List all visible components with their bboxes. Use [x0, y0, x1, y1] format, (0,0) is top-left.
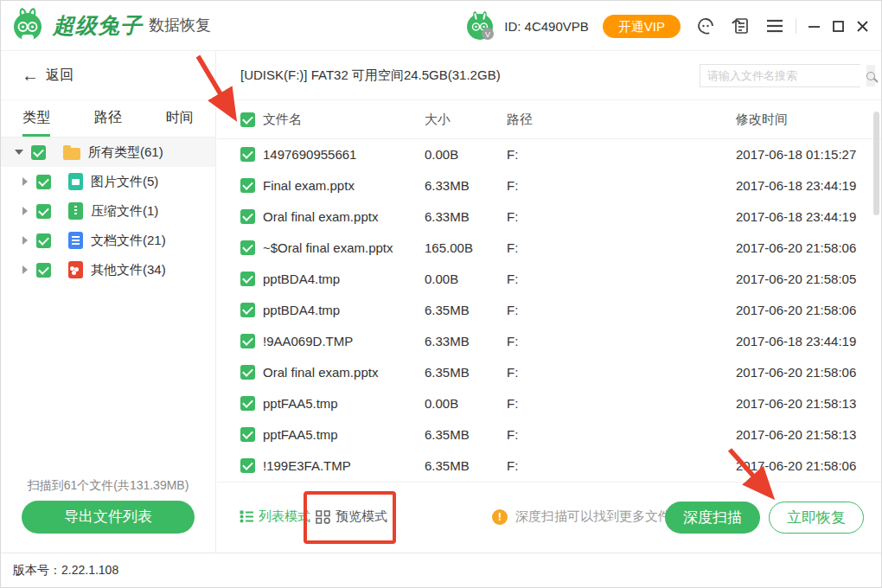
file-path-cell: F: — [507, 303, 518, 317]
column-header-size[interactable]: 大小 — [425, 112, 451, 128]
column-header-path[interactable]: 路径 — [507, 112, 533, 128]
image-file-icon — [68, 173, 83, 190]
table-row[interactable]: pptFAA5.tmp 6.35MB F: 2017-06-20 21:58:1… — [217, 419, 881, 451]
row-checkbox[interactable] — [240, 147, 255, 162]
file-name-cell: pptBDA4.tmp — [263, 303, 340, 317]
status-footer: 版本号：2.22.1.108 — [1, 553, 881, 587]
row-checkbox[interactable] — [240, 427, 255, 442]
file-path-cell: F: — [507, 334, 518, 348]
row-checkbox[interactable] — [240, 209, 255, 224]
file-size-cell: 6.33MB — [425, 209, 470, 224]
tree-item-images[interactable]: 图片文件(5) — [1, 167, 215, 196]
search-icon — [866, 72, 875, 80]
tree-checkbox[interactable] — [36, 175, 51, 189]
deep-scan-button[interactable]: 深度扫描 — [665, 502, 760, 534]
file-size-cell: 165.00B — [425, 240, 473, 255]
tab-path[interactable]: 路径 — [73, 100, 144, 137]
document-file-icon — [68, 232, 83, 249]
file-name-cell: 1497690955661 — [263, 147, 356, 162]
file-path-cell: F: — [507, 272, 518, 286]
vip-button[interactable]: 开通VIP — [603, 15, 681, 38]
tab-type[interactable]: 类型 — [1, 100, 73, 137]
scrollbar-thumb[interactable] — [873, 112, 879, 215]
row-checkbox[interactable] — [240, 458, 255, 473]
tree-item-all-types[interactable]: 所有类型(61) — [1, 137, 215, 167]
file-path-cell: F: — [507, 240, 518, 255]
row-checkbox[interactable] — [240, 240, 255, 255]
file-name-cell: Oral final exam.pptx — [263, 365, 378, 380]
brand-name: 超级兔子 — [53, 11, 143, 40]
tree-item-documents[interactable]: 文档文件(21) — [1, 226, 215, 255]
user-id: ID: 4C490VPB — [504, 19, 589, 34]
file-size-cell: 6.35MB — [425, 427, 470, 442]
preview-mode-button[interactable]: 预览模式 — [316, 508, 387, 525]
table-row[interactable]: !9AA069D.TMP 6.33MB F: 2017-06-18 23:44:… — [217, 326, 881, 357]
list-mode-button[interactable]: 列表模式 — [240, 508, 310, 525]
row-checkbox[interactable] — [240, 396, 255, 411]
tree-item-archives[interactable]: 压缩文件(1) — [1, 196, 215, 226]
row-checkbox[interactable] — [240, 334, 255, 348]
table-row[interactable]: 1497690955661 0.00B F: 2017-06-18 01:15:… — [217, 139, 881, 170]
tree-item-others[interactable]: 其他文件(34) — [1, 255, 215, 284]
file-modified-cell: 2017-06-18 23:44:19 — [736, 334, 856, 348]
file-path-cell: F: — [507, 365, 518, 380]
warning-icon: ! — [492, 509, 508, 525]
file-modified-cell: 2017-06-20 21:58:06 — [736, 458, 856, 473]
file-type-tree: 所有类型(61) 图片文件(5) 压缩文件(1) 文 — [1, 137, 215, 284]
tree-checkbox[interactable] — [36, 233, 51, 248]
table-row[interactable]: Oral final exam.pptx 6.33MB F: 2017-06-1… — [217, 201, 881, 233]
tree-checkbox[interactable] — [36, 263, 51, 278]
customer-service-icon[interactable] — [695, 16, 716, 36]
column-header-modified[interactable]: 修改时间 — [736, 112, 788, 128]
row-checkbox[interactable] — [240, 178, 255, 193]
column-header-name[interactable]: 文件名 — [263, 112, 302, 128]
collapse-arrow-icon[interactable] — [15, 150, 23, 155]
maximize-icon[interactable] — [832, 20, 845, 33]
expand-arrow-icon[interactable] — [22, 265, 28, 274]
main-panel: [UDISK(F:)] FAT32 可用空间24.5GB(31.2GB) 文件名… — [217, 51, 881, 553]
tree-checkbox[interactable] — [36, 204, 51, 219]
close-icon[interactable] — [856, 20, 869, 33]
deep-scan-hint: ! 深度扫描可以找到更多文件 — [492, 508, 671, 525]
row-checkbox[interactable] — [240, 303, 255, 317]
file-size-cell: 6.33MB — [425, 334, 470, 348]
recover-now-button[interactable]: 立即恢复 — [769, 502, 864, 534]
product-name: 数据恢复 — [149, 15, 211, 35]
app-window: 超级兔子 数据恢复 V ID: 4C490VPB 开通VIP — [0, 0, 882, 588]
file-path-cell: F: — [507, 427, 518, 442]
scan-summary: 扫描到61个文件(共131.39MB) — [1, 478, 215, 494]
row-checkbox[interactable] — [240, 272, 255, 286]
table-row[interactable]: ~$Oral final exam.pptx 165.00B F: 2017-0… — [217, 233, 881, 264]
user-avatar[interactable]: V — [464, 10, 495, 42]
minimize-icon[interactable] — [808, 20, 821, 33]
other-file-icon — [68, 261, 83, 278]
row-checkbox[interactable] — [240, 365, 255, 380]
search-button[interactable] — [866, 65, 875, 86]
file-table-body: 1497690955661 0.00B F: 2017-06-18 01:15:… — [217, 139, 881, 482]
table-row[interactable]: !199E3FA.TMP 6.35MB F: 2017-06-20 21:58:… — [217, 451, 881, 482]
select-all-checkbox[interactable] — [240, 112, 255, 127]
expand-arrow-icon[interactable] — [22, 177, 28, 186]
expand-arrow-icon[interactable] — [22, 207, 28, 215]
titlebar-divider — [796, 18, 796, 34]
table-row[interactable]: pptBDA4.tmp 6.35MB F: 2017-06-20 21:58:0… — [217, 295, 881, 326]
feedback-icon[interactable] — [731, 16, 751, 36]
file-modified-cell: 2017-06-18 23:44:19 — [736, 209, 856, 224]
tree-checkbox[interactable] — [31, 145, 46, 160]
menu-icon[interactable] — [766, 19, 783, 33]
file-modified-cell: 2017-06-20 21:58:13 — [736, 427, 856, 442]
search-input[interactable] — [700, 65, 866, 86]
expand-arrow-icon[interactable] — [22, 236, 28, 245]
back-button[interactable]: ← 返回 — [1, 51, 215, 100]
file-path-cell: F: — [507, 396, 518, 411]
bottom-bar: 列表模式 预览模式 ! 深度扫描可以找到更多文件 深度扫描 立即恢复 — [217, 482, 881, 553]
table-row[interactable]: pptFAA5.tmp 0.00B F: 2017-06-20 21:58:13 — [217, 388, 881, 419]
tab-time[interactable]: 时间 — [144, 100, 215, 137]
table-row[interactable]: Final exam.pptx 6.33MB F: 2017-06-18 23:… — [217, 170, 881, 201]
sidebar-tabs: 类型 路径 时间 — [1, 100, 215, 137]
file-size-cell: 6.35MB — [425, 365, 470, 380]
export-file-list-button[interactable]: 导出文件列表 — [22, 501, 195, 534]
file-size-cell: 0.00B — [425, 272, 458, 286]
table-row[interactable]: pptBDA4.tmp 0.00B F: 2017-06-20 21:58:05 — [217, 264, 881, 295]
table-row[interactable]: Oral final exam.pptx 6.35MB F: 2017-06-2… — [217, 357, 881, 388]
